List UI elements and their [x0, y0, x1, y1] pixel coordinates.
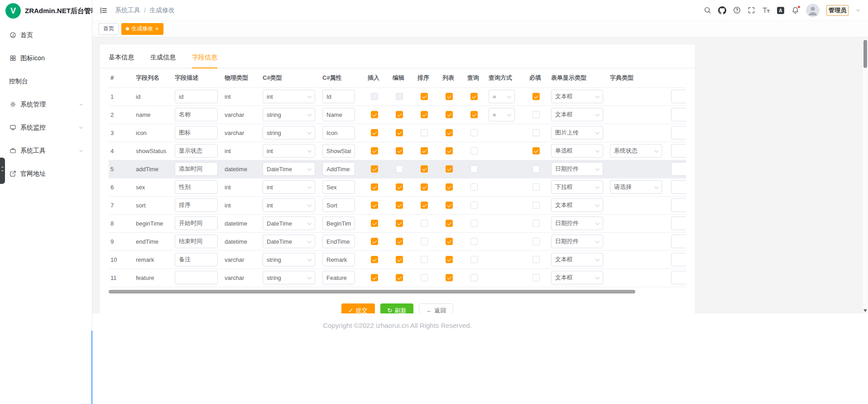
display-type-select[interactable]: 文本框: [551, 90, 603, 103]
back-button[interactable]: ←返回: [419, 303, 453, 314]
csharp-type-select[interactable]: string: [263, 126, 315, 139]
display-type-select[interactable]: 文本框: [551, 108, 603, 121]
tab-生成信息[interactable]: 生成信息: [150, 53, 176, 68]
field-description-input[interactable]: [175, 198, 218, 212]
list-checkbox[interactable]: [446, 93, 453, 100]
query-checkbox[interactable]: [470, 183, 478, 191]
github-icon[interactable]: [718, 6, 726, 14]
csharp-type-select[interactable]: int: [263, 198, 315, 212]
extra-input[interactable]: [671, 271, 686, 284]
display-type-select[interactable]: 日期控件: [551, 216, 603, 230]
display-type-select[interactable]: 文本框: [551, 198, 603, 212]
tab-基本信息[interactable]: 基本信息: [109, 53, 134, 68]
extra-input[interactable]: [671, 126, 686, 139]
font-size-icon[interactable]: [762, 6, 770, 14]
required-checkbox[interactable]: [532, 220, 540, 227]
chevron-down-icon[interactable]: [855, 8, 861, 13]
edit-checkbox[interactable]: [396, 147, 403, 154]
insert-checkbox[interactable]: [371, 165, 378, 173]
insert-checkbox[interactable]: [371, 220, 378, 227]
sidebar-item-icons[interactable]: 图标icon: [0, 47, 92, 70]
edit-checkbox[interactable]: [396, 165, 403, 173]
query-checkbox[interactable]: [470, 93, 478, 100]
list-checkbox[interactable]: [446, 111, 453, 118]
sidebar-item-home[interactable]: 首页: [0, 24, 92, 47]
extra-input[interactable]: [671, 216, 686, 230]
csharp-property-input[interactable]: [322, 235, 355, 248]
sort-checkbox[interactable]: [421, 129, 428, 136]
query-checkbox[interactable]: [470, 111, 478, 118]
insert-checkbox[interactable]: [371, 147, 378, 154]
list-checkbox[interactable]: [446, 165, 453, 173]
csharp-property-input[interactable]: [322, 108, 355, 121]
query-checkbox[interactable]: [470, 220, 478, 227]
field-description-input[interactable]: [175, 144, 218, 158]
csharp-type-select[interactable]: string: [263, 271, 315, 284]
query-checkbox[interactable]: [470, 274, 478, 281]
csharp-type-select[interactable]: DateTime: [263, 235, 315, 248]
insert-checkbox[interactable]: [371, 274, 378, 281]
edit-checkbox[interactable]: [396, 111, 403, 118]
dict-type-select[interactable]: 请选择: [610, 180, 662, 194]
sidebar-item-system-tools[interactable]: 系统工具: [0, 139, 92, 162]
edit-checkbox[interactable]: [396, 274, 403, 281]
insert-checkbox[interactable]: [371, 202, 378, 209]
list-checkbox[interactable]: [446, 129, 453, 136]
field-description-input[interactable]: [175, 162, 218, 176]
extra-input[interactable]: [671, 108, 686, 121]
csharp-property-input[interactable]: [322, 180, 355, 194]
csharp-type-select[interactable]: int: [263, 144, 315, 158]
insert-checkbox[interactable]: [371, 111, 378, 118]
tag-生成修改[interactable]: 生成修改×: [121, 23, 163, 35]
sort-checkbox[interactable]: [421, 274, 428, 281]
field-description-input[interactable]: [175, 235, 218, 248]
list-checkbox[interactable]: [446, 256, 453, 263]
sort-checkbox[interactable]: [421, 220, 428, 227]
list-checkbox[interactable]: [446, 220, 453, 227]
field-description-input[interactable]: [175, 271, 218, 284]
insert-checkbox[interactable]: [371, 238, 378, 245]
list-checkbox[interactable]: [446, 202, 453, 209]
horizontal-scrollbar-thumb[interactable]: [109, 290, 635, 293]
edit-checkbox[interactable]: [396, 220, 403, 227]
refresh-button[interactable]: ↻刷新: [380, 303, 414, 314]
extra-input[interactable]: [671, 253, 686, 266]
required-checkbox[interactable]: [532, 93, 540, 100]
field-description-input[interactable]: [175, 253, 218, 266]
csharp-property-input[interactable]: [322, 144, 355, 158]
dict-type-select[interactable]: 系统状态: [610, 144, 662, 158]
sort-checkbox[interactable]: [421, 238, 428, 245]
search-icon[interactable]: [704, 6, 711, 14]
required-checkbox[interactable]: [532, 111, 540, 118]
csharp-type-select[interactable]: DateTime: [263, 216, 315, 230]
csharp-property-input[interactable]: [322, 90, 355, 103]
display-type-select[interactable]: 文本框: [551, 253, 603, 266]
csharp-property-input[interactable]: [322, 253, 355, 266]
extra-input[interactable]: [671, 198, 686, 212]
sidebar-item-system-monitor[interactable]: 系统监控: [0, 116, 92, 139]
theme-drawer-handle[interactable]: [0, 158, 5, 184]
insert-checkbox[interactable]: [371, 129, 378, 136]
field-description-input[interactable]: [175, 180, 218, 194]
sidebar-fold-icon[interactable]: [100, 6, 108, 14]
display-type-select[interactable]: 单选框: [551, 144, 603, 158]
list-checkbox[interactable]: [446, 238, 453, 245]
sort-checkbox[interactable]: [421, 183, 428, 191]
display-type-select[interactable]: 日期控件: [551, 162, 603, 176]
sort-checkbox[interactable]: [421, 147, 428, 154]
list-checkbox[interactable]: [446, 183, 453, 191]
field-description-input[interactable]: [175, 90, 218, 103]
submit-button[interactable]: ✓提交: [341, 303, 375, 314]
fullscreen-icon[interactable]: [748, 6, 755, 14]
list-checkbox[interactable]: [446, 274, 453, 281]
avatar[interactable]: [806, 4, 820, 17]
extra-input[interactable]: [671, 162, 686, 176]
breadcrumb-item[interactable]: 系统工具: [115, 6, 140, 14]
field-description-input[interactable]: [175, 126, 218, 139]
insert-checkbox[interactable]: [371, 93, 378, 100]
required-checkbox[interactable]: [532, 165, 540, 173]
required-checkbox[interactable]: [532, 256, 540, 263]
extra-input[interactable]: [671, 144, 686, 158]
list-checkbox[interactable]: [446, 147, 453, 154]
query-checkbox[interactable]: [470, 202, 478, 209]
